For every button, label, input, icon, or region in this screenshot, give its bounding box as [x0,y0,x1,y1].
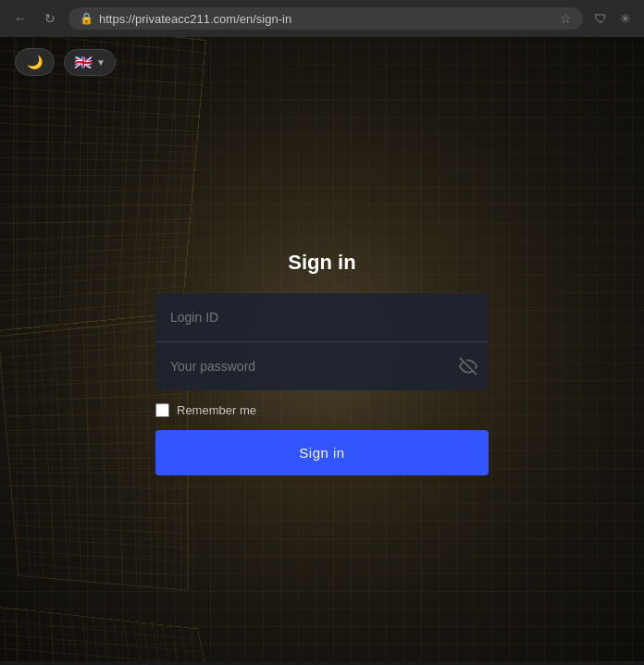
refresh-button[interactable]: ↻ [39,7,61,30]
lock-icon: 🔒 [80,12,93,25]
eye-off-icon [459,357,477,376]
extension-icon: ✳ [616,9,635,28]
browser-chrome: ← ↻ 🔒 https://privateacc211.com/en/sign-… [0,0,644,37]
flag-icon: 🇬🇧 [74,54,93,71]
moon-icon: 🌙 [27,55,43,69]
language-selector[interactable]: 🇬🇧 ▼ [64,49,116,76]
signin-title: Sign in [155,251,489,275]
password-field [155,342,489,390]
signin-button[interactable]: Sign in [155,430,489,475]
bookmark-icon[interactable]: ☆ [560,11,572,26]
address-bar[interactable]: 🔒 https://privateacc211.com/en/sign-in ☆ [68,7,583,30]
remember-me-checkbox[interactable] [155,403,169,417]
form-card [155,293,489,390]
remember-row: Remember me [155,403,489,417]
browser-icons: 🛡 ✳ [590,9,635,28]
login-id-input[interactable] [155,293,489,341]
back-button[interactable]: ← [9,7,31,30]
remember-me-label[interactable]: Remember me [177,403,256,417]
url-text: https://privateacc211.com/en/sign-in [99,12,554,26]
chevron-down-icon: ▼ [96,57,105,68]
shield-icon: 🛡 [590,9,611,28]
page-content: 🌙 🇬🇧 ▼ Sign in [0,37,644,661]
toggle-password-button[interactable] [459,357,477,376]
dark-mode-button[interactable]: 🌙 [15,48,55,76]
signin-container: Sign in Remember me Sign in [155,251,489,475]
password-input[interactable] [155,342,489,390]
browser-toolbar: ← ↻ 🔒 https://privateacc211.com/en/sign-… [0,0,644,37]
page-topbar: 🌙 🇬🇧 ▼ [0,37,644,87]
login-id-field [155,293,489,342]
